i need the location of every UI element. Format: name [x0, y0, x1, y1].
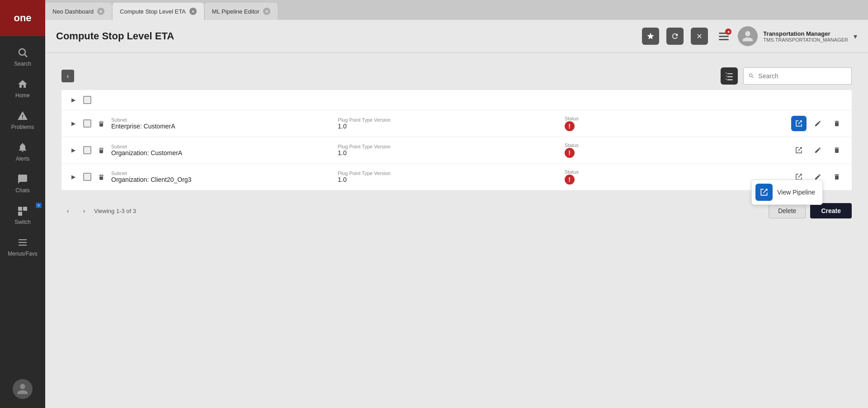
tab-neo-dashboard[interactable]: Neo Dashboard ✕ [45, 3, 112, 20]
tab-compute-stop-level-eta[interactable]: Compute Stop Level ETA ✕ [113, 3, 204, 20]
row-version-info: Plug Point Type Version 1.0 [338, 144, 559, 157]
sidebar-item-chats[interactable]: Chats [0, 167, 45, 199]
version-value: 1.0 [338, 123, 559, 130]
row-actions [791, 116, 844, 131]
page-header: Compute Stop Level ETA ★ [45, 20, 868, 53]
tab-label: Neo Dashboard [52, 8, 94, 15]
header-right: ★ Transportation Manager TMS.TRANSPORTAT… [715, 26, 857, 46]
plug-icon [97, 119, 106, 128]
view-pipeline-popup-button[interactable] [755, 184, 773, 201]
sidebar-item-switch[interactable]: ≡ Switch [0, 199, 45, 231]
sidebar-item-label: Search [14, 61, 31, 67]
pagination: ‹ › Viewing 1-3 of 3 Delete Create [54, 198, 859, 224]
row-expand-btn[interactable]: ▶ [69, 172, 78, 181]
main-content: Neo Dashboard ✕ Compute Stop Level ETA ✕… [45, 0, 868, 408]
switch-icon [16, 204, 29, 217]
sidebar-item-home[interactable]: Home [0, 72, 45, 104]
row-subnet-info: Subnet Organization: CustomerA [111, 144, 332, 157]
row-checkbox[interactable] [83, 96, 91, 104]
version-label: Plug Point Type Version [338, 117, 559, 123]
row-subnet-info: Subnet Enterprise: CustomerA [111, 117, 332, 130]
next-page-button[interactable]: › [78, 204, 90, 217]
user-dropdown-arrow[interactable]: ▾ [854, 32, 857, 41]
status-error-icon: ! [565, 148, 575, 158]
search-input[interactable] [758, 72, 847, 80]
row-checkbox[interactable] [83, 173, 91, 181]
edit-button[interactable] [810, 116, 826, 131]
user-role: TMS.TRANSPORTATION_MANAGER [763, 37, 848, 43]
home-icon [16, 78, 29, 90]
status-error-icon: ! [565, 175, 575, 185]
svg-line-1 [25, 55, 28, 57]
search-box [743, 67, 852, 85]
menu-notification-badge: ★ [725, 28, 731, 35]
page-title: Compute Stop Level ETA [56, 30, 635, 42]
sidebar: one Search Home Problems [0, 0, 45, 408]
content-area: ‹ ▶ [45, 53, 868, 408]
delete-row-button[interactable] [829, 169, 844, 185]
subnet-value: Organization: Client20_Org3 [111, 176, 332, 183]
search-icon [748, 72, 755, 80]
subnet-label: Subnet [111, 171, 332, 176]
version-value: 1.0 [338, 176, 559, 183]
row-expand-btn[interactable]: ▶ [69, 95, 78, 104]
sidebar-item-problems[interactable]: Problems [0, 104, 45, 136]
star-button[interactable] [642, 28, 659, 45]
sidebar-item-alerts[interactable]: Alerts [0, 136, 45, 167]
view-pipeline-label: View Pipeline [777, 189, 815, 196]
view-pipeline-button[interactable] [791, 142, 807, 158]
status-label: Status [565, 169, 786, 175]
sidebar-item-menus[interactable]: Menus/Favs [0, 231, 45, 262]
view-pipeline-button[interactable] [791, 116, 807, 131]
prev-page-button[interactable]: ‹ [61, 204, 74, 217]
tab-close-ml-pipeline[interactable]: ✕ [263, 8, 270, 15]
sidebar-item-label: Alerts [16, 156, 30, 162]
svg-rect-6 [19, 242, 27, 243]
tab-ml-pipeline-editor[interactable]: ML Pipeline Editor ✕ [205, 3, 278, 20]
row-expand-btn[interactable]: ▶ [69, 119, 78, 128]
row-expand-btn[interactable]: ▶ [69, 146, 78, 155]
user-info: Transportation Manager TMS.TRANSPORTATIO… [763, 30, 848, 43]
delete-row-button[interactable] [829, 116, 844, 131]
table-row: ▶ Subnet Organization: CustomerA Plug Po… [61, 137, 852, 164]
subnet-value: Enterprise: CustomerA [111, 123, 332, 130]
tab-label: Compute Stop Level ETA [120, 8, 186, 15]
subnet-value: Organization: CustomerA [111, 149, 332, 157]
table-row: ▶ [61, 90, 852, 110]
plug-icon [97, 146, 106, 155]
plug-icon [97, 172, 106, 181]
collapse-button[interactable]: ‹ [61, 70, 74, 82]
row-checkbox[interactable] [83, 146, 91, 154]
sidebar-avatar[interactable] [13, 379, 33, 399]
edit-button[interactable] [810, 142, 826, 158]
tab-close-compute-stop[interactable]: ✕ [189, 8, 197, 15]
subnet-label: Subnet [111, 144, 332, 149]
sidebar-item-label: Menus/Favs [8, 251, 37, 257]
bell-icon [16, 141, 29, 154]
user-name: Transportation Manager [763, 30, 848, 37]
table-row: ▶ Subnet Enterprise: CustomerA Plug Poin… [61, 110, 852, 137]
svg-rect-7 [19, 245, 27, 246]
content-card: ‹ ▶ [54, 62, 859, 224]
row-status-info: Status ! [565, 116, 786, 131]
delete-row-button[interactable] [829, 142, 844, 158]
refresh-button[interactable] [666, 28, 684, 45]
close-button[interactable] [691, 28, 708, 45]
row-status-info: Status ! [565, 142, 786, 158]
switch-badge: ≡ [36, 203, 42, 208]
app-logo[interactable]: one [0, 0, 45, 36]
tab-label: ML Pipeline Editor [212, 8, 259, 15]
create-button[interactable]: Create [810, 203, 852, 218]
row-subnet-info: Subnet Organization: Client20_Org3 [111, 171, 332, 183]
row-version-info: Plug Point Type Version 1.0 [338, 171, 559, 183]
view-pipeline-popup: View Pipeline [751, 180, 823, 205]
sidebar-item-search[interactable]: Search [0, 41, 45, 72]
filter-button[interactable] [721, 67, 738, 85]
delete-button[interactable]: Delete [769, 203, 806, 218]
pagination-info: Viewing 1-3 of 3 [94, 208, 136, 214]
tab-close-neo-dashboard[interactable]: ✕ [97, 8, 104, 15]
version-label: Plug Point Type Version [338, 144, 559, 149]
row-checkbox[interactable] [83, 119, 91, 128]
version-value: 1.0 [338, 149, 559, 157]
menu-button[interactable]: ★ [715, 28, 732, 45]
